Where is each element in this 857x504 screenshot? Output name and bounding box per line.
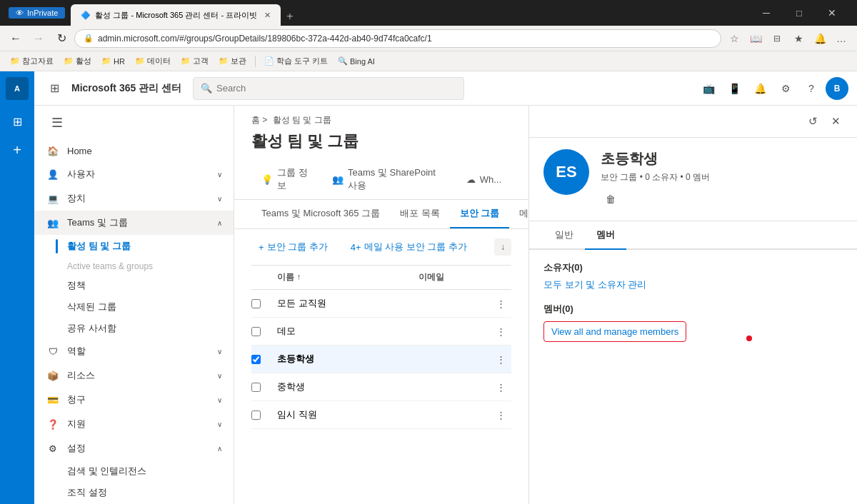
row-more-col[interactable]: ⋮ [490,354,511,365]
tab-wh[interactable]: ☁ Wh... [456,161,511,199]
entity-delete-btn[interactable]: 🗑 [601,189,621,209]
settings-gear-btn[interactable]: ⚙ [774,77,797,100]
header-email-col[interactable]: 이메일 [419,271,490,283]
apps-btn[interactable]: 📱 [723,77,746,100]
row-name-col: 데모 [277,325,419,338]
collections-btn[interactable]: 🔔 [810,29,830,49]
sidebar-subitem-active-teams-en[interactable]: Active teams & groups [67,258,234,275]
row-more-col[interactable]: ⋮ [490,326,511,337]
scroll-down-indicator[interactable]: ↓ [494,238,511,256]
app-rail: A ⊞ + [0,71,34,504]
rail-add-btn[interactable]: + [4,137,30,163]
row-checkbox[interactable] [251,299,261,308]
rail-apps-btn[interactable]: ⊞ [4,109,30,134]
sidebar-subitem-active-teams[interactable]: 활성 팀 및 그룹 [67,235,234,258]
sidebar-item-label: 설정 [67,442,210,455]
close-window-btn[interactable]: ✕ [816,0,848,26]
rail-avatar[interactable]: A [6,77,29,100]
panel-close-btn[interactable]: ✕ [826,111,846,131]
header-name-col[interactable]: 이름 ↑ [277,271,419,283]
bookmarks-hr-btn[interactable]: 📁 HR [97,55,129,67]
sidebar-subitem-org-settings[interactable]: 조직 설정 [67,482,234,503]
sidebar-subitem-shared-mailbox[interactable]: 공유 사서함 [67,318,234,339]
panel-refresh-btn[interactable]: ↺ [803,111,823,131]
billing-icon: 💳 [46,395,60,405]
sidebar-item-teams[interactable]: 👥 Teams 및 그룹 ∧ [34,211,234,235]
tab-title: 활성 그룹 - Microsoft 365 관리 센터 - 프라이빗 [95,10,257,21]
row-checkbox[interactable] [251,410,261,420]
sidebar-item-support[interactable]: ❓ 지원 ∨ [34,412,234,436]
bookmarks-folders-btn[interactable]: 📁 참고자료 [6,54,58,68]
table-row[interactable]: 임시 직원 ⋮ [251,401,511,429]
sidebar-item-home[interactable]: 🏠 Home [34,140,234,162]
row-more-col[interactable]: ⋮ [490,382,511,393]
breadcrumb-home[interactable]: 홈 > [251,115,267,125]
admin-search-box[interactable]: 🔍 [193,77,464,100]
row-check-col[interactable] [251,383,277,392]
sidebar-item-settings[interactable]: ⚙ 설정 ∧ [34,436,234,460]
favorites-btn[interactable]: ★ [788,29,808,49]
sidebar-subitem-search-intelligence[interactable]: 검색 및 인텔리전스 [67,460,234,482]
tab-teams-sharepoint[interactable]: 👥 Teams 및 SharePoint 사용 [322,161,456,199]
sidebar-item-resources[interactable]: 📦 리소스 ∨ [34,363,234,388]
table-row-selected[interactable]: 초등학생 ⋮ [251,346,511,373]
admin-search-input[interactable] [216,83,456,94]
tab-group-info[interactable]: 💡 그룹 정보 [251,161,322,199]
panel-content: 소유자(0) 모두 보기 및 소유자 관리 멤버(0) View all and… [529,250,857,504]
bookmark-star-btn[interactable]: ☆ [724,29,744,49]
minimize-btn[interactable]: ─ [750,0,783,26]
help-btn[interactable]: ? [800,77,823,100]
filter-tab-distribution[interactable]: 배포 목록 [390,200,450,228]
waffle-menu-btn[interactable]: ⊞ [43,77,66,100]
sidebar-item-devices[interactable]: 💻 장치 ∨ [34,186,234,211]
tab-close-icon[interactable]: ✕ [264,11,271,20]
active-tab[interactable]: 🔷 활성 그룹 - Microsoft 365 관리 센터 - 프라이빗 ✕ [71,4,281,26]
notifications-btn[interactable]: 🔔 [748,77,771,100]
row-check-col[interactable] [251,299,277,308]
sidebar-item-roles[interactable]: 🛡 역할 ∨ [34,339,234,363]
teams-icon: 👥 [46,218,60,228]
bookmarks-active-btn[interactable]: 📁 활성 [59,54,96,68]
refresh-btn[interactable]: ↻ [51,29,71,49]
row-check-col[interactable] [251,327,277,336]
row-more-col[interactable]: ⋮ [490,298,511,309]
table-row[interactable]: 중학생 ⋮ [251,373,511,401]
sidebar-subitem-policy[interactable]: 정책 [67,275,234,296]
row-checkbox[interactable] [251,327,261,336]
row-check-col[interactable] [251,355,277,364]
bookmarks-customer-btn[interactable]: 📁 고객 [176,54,213,68]
row-checkbox[interactable] [251,383,261,392]
row-checkbox-checked[interactable] [251,355,261,364]
filter-tab-teams-m365[interactable]: Teams 및 Microsoft 365 그룹 [251,200,390,228]
new-tab-btn[interactable]: + [281,10,299,23]
panel-tab-general[interactable]: 일반 [543,221,585,250]
back-btn[interactable]: ← [6,29,26,49]
maximize-btn[interactable]: □ [783,0,816,26]
split-screen-btn[interactable]: ⊟ [767,29,787,49]
forward-btn[interactable]: → [29,29,49,49]
panel-tab-members[interactable]: 멤버 [585,221,626,250]
members-manage-link[interactable]: View all and manage members [543,321,686,342]
bookmarks-learning-btn[interactable]: 📄 학습 도구 키트 [260,54,332,68]
feedback-btn[interactable]: 📺 [697,77,720,100]
bookmarks-bing-btn[interactable]: 🔍 Bing AI [334,55,379,67]
sidebar-subitem-deleted-groups[interactable]: 삭제된 그룹 [67,296,234,318]
bookmarks-archive-btn[interactable]: 📁 보관 [214,54,251,68]
table-row[interactable]: 데모 ⋮ [251,318,511,346]
row-more-col[interactable]: ⋮ [490,410,511,420]
owners-manage-link[interactable]: 모두 보기 및 소유자 관리 [543,278,843,291]
filter-tab-mail-security[interactable]: 메일 사용 보안 그룹 [509,200,528,228]
sidebar-item-users[interactable]: 👤 사용자 ∨ [34,162,234,186]
user-avatar-header[interactable]: B [826,77,848,100]
browser-settings-btn[interactable]: … [831,29,851,49]
add-mail-security-group-btn[interactable]: 4+ 메일 사용 보안 그룹 추가 [344,236,474,258]
sidebar-toggle-btn[interactable]: ☰ [46,111,69,134]
add-security-group-btn[interactable]: + 보안 그룹 추가 [251,236,335,258]
bookmarks-data-btn[interactable]: 📁 데이터 [131,54,175,68]
row-check-col[interactable] [251,410,277,420]
url-bar[interactable]: 🔒 admin.microsoft.com/#/groups/GroupDeta… [74,29,721,48]
table-row[interactable]: 모든 교직원 ⋮ [251,290,511,318]
reading-mode-btn[interactable]: 📖 [746,29,766,49]
sidebar-item-billing[interactable]: 💳 청구 ∨ [34,388,234,412]
filter-tab-security[interactable]: 보안 그룹 [450,200,510,228]
